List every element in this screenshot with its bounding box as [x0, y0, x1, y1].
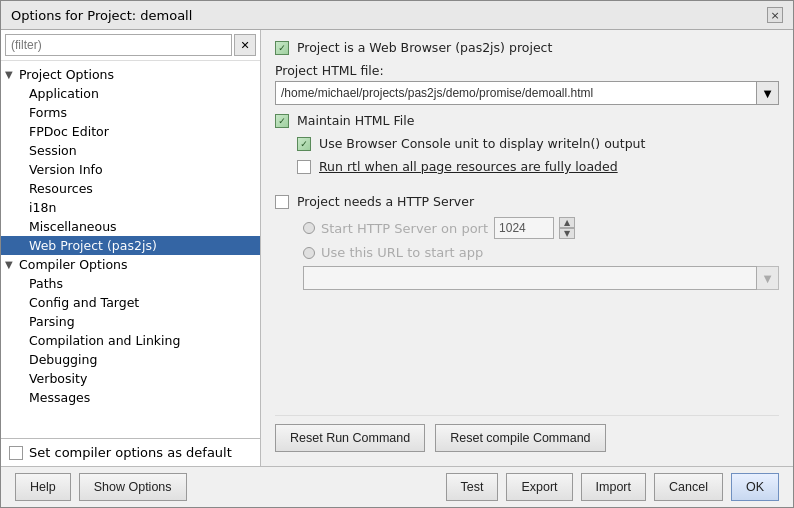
tree-container: ▼ Project Options Application Forms FPDo… — [1, 61, 260, 438]
tree-child-compilation-linking[interactable]: Compilation and Linking — [1, 331, 260, 350]
html-file-dropdown-btn[interactable]: ▼ — [757, 81, 779, 105]
tree-child-version-info[interactable]: Version Info — [1, 160, 260, 179]
right-panel: Project is a Web Browser (pas2js) projec… — [261, 30, 793, 466]
filter-row: ✕ — [1, 30, 260, 61]
port-up-btn[interactable]: ▲ — [559, 217, 575, 228]
close-button[interactable]: × — [767, 7, 783, 23]
tree-child-web-project[interactable]: Web Project (pas2js) — [1, 236, 260, 255]
tree-child-parsing[interactable]: Parsing — [1, 312, 260, 331]
port-input[interactable] — [494, 217, 554, 239]
footer-left: Help Show Options — [15, 473, 187, 501]
tree-child-resources[interactable]: Resources — [1, 179, 260, 198]
tree-child-forms[interactable]: Forms — [1, 103, 260, 122]
footer-right: Test Export Import Cancel OK — [446, 473, 780, 501]
html-file-label: Project HTML file: — [275, 63, 779, 78]
maintain-html-row: Maintain HTML File — [275, 113, 779, 128]
filter-input[interactable] — [5, 34, 232, 56]
use-url-row: Use this URL to start app — [303, 245, 779, 260]
run-rtl-row: Run rtl when all page resources are full… — [297, 159, 779, 174]
url-input[interactable] — [303, 266, 757, 290]
http-server-checkbox[interactable] — [275, 195, 289, 209]
mid-buttons: Reset Run Command Reset compile Command — [275, 415, 779, 452]
use-url-radio[interactable] — [303, 247, 315, 259]
set-default-label: Set compiler options as default — [29, 445, 232, 460]
tree-child-verbosity[interactable]: Verbosity — [1, 369, 260, 388]
expand-arrow-compiler: ▼ — [5, 259, 19, 270]
set-default-checkbox[interactable] — [9, 446, 23, 460]
compiler-options-group: ▼ Compiler Options Paths Config and Targ… — [1, 255, 260, 407]
dialog-window: Options for Project: demoall × ✕ ▼ Proje… — [0, 0, 794, 508]
http-server-row: Project needs a HTTP Server — [275, 194, 779, 209]
run-rtl-checkbox[interactable] — [297, 160, 311, 174]
cancel-button[interactable]: Cancel — [654, 473, 723, 501]
start-http-radio[interactable] — [303, 222, 315, 234]
maintain-html-label: Maintain HTML File — [297, 113, 414, 128]
project-options-group: ▼ Project Options Application Forms FPDo… — [1, 65, 260, 255]
use-url-label: Use this URL to start app — [321, 245, 483, 260]
url-label-row: Use this URL to start app — [275, 245, 779, 260]
reset-run-button[interactable]: Reset Run Command — [275, 424, 425, 452]
indented-options: Use Browser Console unit to display writ… — [275, 136, 779, 182]
start-http-label: Start HTTP Server on port — [321, 221, 488, 236]
tree-child-paths[interactable]: Paths — [1, 274, 260, 293]
title-bar: Options for Project: demoall × — [1, 1, 793, 30]
web-browser-checkbox[interactable] — [275, 41, 289, 55]
tree-child-session[interactable]: Session — [1, 141, 260, 160]
help-button[interactable]: Help — [15, 473, 71, 501]
project-options-label: Project Options — [19, 67, 114, 82]
tree-child-application[interactable]: Application — [1, 84, 260, 103]
reset-compile-button[interactable]: Reset compile Command — [435, 424, 605, 452]
browser-console-checkbox[interactable] — [297, 137, 311, 151]
web-browser-label: Project is a Web Browser (pas2js) projec… — [297, 40, 552, 55]
tree-child-fpdoc-editor[interactable]: FPDoc Editor — [1, 122, 260, 141]
bottom-check-row: Set compiler options as default — [1, 438, 260, 466]
expand-arrow: ▼ — [5, 69, 19, 80]
run-rtl-label: Run rtl when all page resources are full… — [319, 159, 618, 174]
left-panel: ✕ ▼ Project Options Application Forms — [1, 30, 261, 466]
filter-clear-button[interactable]: ✕ — [234, 34, 256, 56]
file-select-row: ▼ — [275, 81, 779, 105]
tree-child-messages[interactable]: Messages — [1, 388, 260, 407]
browser-console-label: Use Browser Console unit to display writ… — [319, 136, 645, 151]
compiler-options-label: Compiler Options — [19, 257, 127, 272]
http-section: Project needs a HTTP Server Start HTTP S… — [275, 194, 779, 298]
url-dropdown-btn[interactable]: ▼ — [757, 266, 779, 290]
html-file-input[interactable] — [275, 81, 757, 105]
ok-button[interactable]: OK — [731, 473, 779, 501]
tree-child-i18n[interactable]: i18n — [1, 198, 260, 217]
dialog-body: ✕ ▼ Project Options Application Forms — [1, 30, 793, 466]
tree-parent-project-options[interactable]: ▼ Project Options — [1, 65, 260, 84]
export-button[interactable]: Export — [506, 473, 572, 501]
tree-child-debugging[interactable]: Debugging — [1, 350, 260, 369]
dialog-title: Options for Project: demoall — [11, 8, 192, 23]
dialog-footer: Help Show Options Test Export Import Can… — [1, 466, 793, 507]
http-port-row: Start HTTP Server on port ▲ ▼ — [275, 217, 779, 239]
show-options-button[interactable]: Show Options — [79, 473, 187, 501]
browser-console-row: Use Browser Console unit to display writ… — [297, 136, 779, 151]
http-server-label: Project needs a HTTP Server — [297, 194, 474, 209]
port-down-btn[interactable]: ▼ — [559, 228, 575, 239]
import-button[interactable]: Import — [581, 473, 646, 501]
html-file-section: Project HTML file: ▼ — [275, 63, 779, 105]
port-spinner: ▲ ▼ — [559, 217, 575, 239]
test-button[interactable]: Test — [446, 473, 499, 501]
maintain-html-checkbox[interactable] — [275, 114, 289, 128]
tree-child-miscellaneous[interactable]: Miscellaneous — [1, 217, 260, 236]
tree-parent-compiler-options[interactable]: ▼ Compiler Options — [1, 255, 260, 274]
tree-child-config-target[interactable]: Config and Target — [1, 293, 260, 312]
web-browser-row: Project is a Web Browser (pas2js) projec… — [275, 40, 779, 55]
url-select-row: ▼ — [275, 266, 779, 290]
